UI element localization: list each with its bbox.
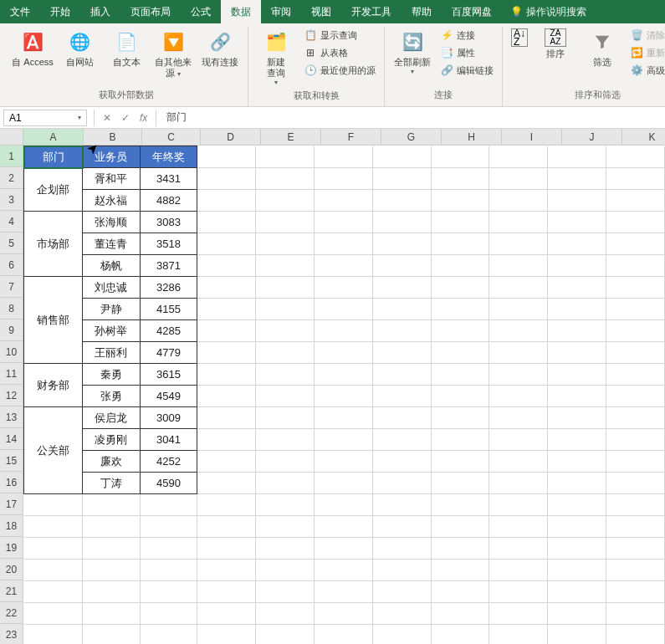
cell[interactable] <box>315 255 373 277</box>
row-header-21[interactable]: 21 <box>0 580 23 602</box>
query-opt-2[interactable]: 🕒最近使用的源 <box>300 62 379 79</box>
cell[interactable] <box>256 603 315 625</box>
cell[interactable] <box>315 233 373 255</box>
cell[interactable] <box>489 342 548 364</box>
cell[interactable] <box>606 473 665 494</box>
cell[interactable] <box>256 538 315 560</box>
cell[interactable] <box>431 168 489 190</box>
cell[interactable] <box>489 233 548 255</box>
cell[interactable] <box>197 451 256 473</box>
row-header-13[interactable]: 13 <box>0 406 23 428</box>
cell[interactable] <box>315 494 373 516</box>
col-header-I[interactable]: I <box>502 129 562 146</box>
cell[interactable] <box>431 516 489 538</box>
cell[interactable] <box>256 625 315 645</box>
cell[interactable]: 侯启龙 <box>83 407 140 429</box>
cell[interactable] <box>489 581 548 603</box>
tell-me-search[interactable]: 💡 操作说明搜索 <box>502 5 586 19</box>
cell[interactable] <box>431 233 489 255</box>
cell[interactable]: 3009 <box>140 407 197 429</box>
cell[interactable] <box>372 342 431 364</box>
external-data-btn-2[interactable]: 📄自文本 <box>104 27 149 69</box>
menu-tab-2[interactable]: 插入 <box>80 0 120 23</box>
cell[interactable] <box>548 625 606 645</box>
cell[interactable] <box>372 299 431 320</box>
cell[interactable] <box>24 603 83 625</box>
sort-asc-button[interactable]: A↓Z <box>508 27 531 49</box>
menu-tab-6[interactable]: 审阅 <box>261 0 301 23</box>
cell[interactable] <box>315 277 373 299</box>
cell[interactable] <box>197 299 256 320</box>
cell[interactable] <box>315 190 373 212</box>
cell[interactable] <box>197 190 256 212</box>
row-header-22[interactable]: 22 <box>0 602 23 624</box>
cell[interactable] <box>372 625 431 645</box>
col-header-A[interactable]: A <box>23 129 84 146</box>
cell[interactable] <box>315 538 373 560</box>
cell[interactable] <box>606 146 665 168</box>
col-header-B[interactable]: B <box>84 129 142 146</box>
cell[interactable] <box>256 190 315 212</box>
cell[interactable] <box>548 168 606 190</box>
cell[interactable] <box>372 146 431 168</box>
cell[interactable] <box>197 407 256 429</box>
cell[interactable] <box>489 516 548 538</box>
conn-opt-0[interactable]: ⚡连接 <box>437 27 497 43</box>
cell[interactable] <box>606 277 665 299</box>
cell[interactable] <box>606 233 665 255</box>
cell[interactable] <box>489 255 548 277</box>
filter-opt-2[interactable]: ⚙️高级 <box>627 62 665 79</box>
cell[interactable] <box>431 190 489 212</box>
cell[interactable]: 年终奖 <box>140 146 197 168</box>
cell[interactable]: 4285 <box>140 320 197 342</box>
cell[interactable] <box>197 233 256 255</box>
cell[interactable] <box>197 560 256 581</box>
cell[interactable] <box>315 168 373 190</box>
cell[interactable]: 4882 <box>140 190 197 212</box>
menu-tab-0[interactable]: 文件 <box>0 0 40 23</box>
cell[interactable] <box>140 625 197 645</box>
cell[interactable] <box>431 277 489 299</box>
row-header-15[interactable]: 15 <box>0 450 23 472</box>
cell[interactable] <box>197 386 256 407</box>
cell[interactable] <box>197 320 256 342</box>
cell[interactable] <box>489 190 548 212</box>
cell[interactable] <box>606 581 665 603</box>
cell[interactable] <box>372 538 431 560</box>
cell[interactable] <box>256 429 315 451</box>
menu-tab-10[interactable]: 百度网盘 <box>442 0 502 23</box>
cell[interactable] <box>489 386 548 407</box>
cell[interactable] <box>83 516 140 538</box>
cell[interactable] <box>548 342 606 364</box>
cell[interactable] <box>548 233 606 255</box>
row-header-14[interactable]: 14 <box>0 428 23 450</box>
cell[interactable] <box>197 277 256 299</box>
cell[interactable]: 3871 <box>140 255 197 277</box>
cell[interactable] <box>548 429 606 451</box>
cell[interactable] <box>315 429 373 451</box>
menu-tab-5[interactable]: 数据 <box>221 0 261 23</box>
cell[interactable] <box>315 560 373 581</box>
cell[interactable]: 3518 <box>140 233 197 255</box>
cell[interactable] <box>315 473 373 494</box>
cell[interactable] <box>372 603 431 625</box>
cell[interactable] <box>606 538 665 560</box>
external-data-btn-1[interactable]: 🌐自网站 <box>57 27 102 69</box>
cell-grid[interactable]: 部门业务员年终奖企划部胥和平3431赵永福4882市场部张海顺3083董连青35… <box>23 146 665 644</box>
cell[interactable] <box>489 625 548 645</box>
cell[interactable]: 廉欢 <box>83 451 140 473</box>
cell[interactable] <box>548 494 606 516</box>
cell[interactable] <box>372 255 431 277</box>
cell[interactable] <box>431 255 489 277</box>
cell[interactable] <box>140 538 197 560</box>
cell[interactable] <box>315 320 373 342</box>
menu-tab-7[interactable]: 视图 <box>301 0 341 23</box>
row-header-6[interactable]: 6 <box>0 254 23 276</box>
cell[interactable]: 财务部 <box>24 364 83 407</box>
cell[interactable] <box>548 364 606 386</box>
cell[interactable] <box>606 212 665 233</box>
menu-tab-1[interactable]: 开始 <box>40 0 80 23</box>
cell[interactable] <box>431 146 489 168</box>
cell[interactable]: 王丽利 <box>83 342 140 364</box>
sort-button[interactable]: ZAAZ 排序 <box>533 27 578 61</box>
